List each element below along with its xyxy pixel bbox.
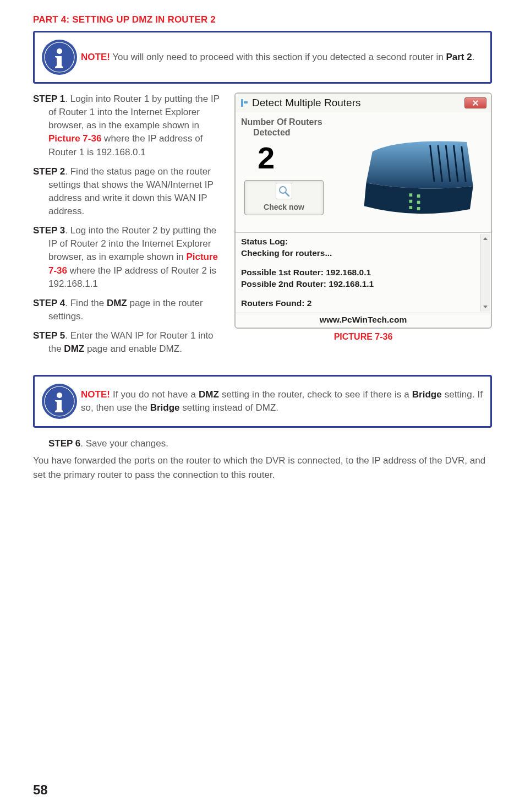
note-box-2: NOTE! If you do not have a DMZ setting i… [33, 375, 492, 428]
svg-rect-16 [417, 207, 420, 210]
status-log-label: Status Log: [241, 236, 478, 248]
step-4-t1: . Find the [65, 298, 107, 308]
info-icon [38, 380, 81, 423]
note-1-pre: You will only need to proceed with this … [110, 52, 446, 62]
magnifier-icon [276, 183, 292, 199]
check-now-label: Check now [264, 203, 304, 211]
svg-rect-12 [417, 194, 420, 198]
step-2: STEP 2. Find the status page on the rout… [33, 165, 222, 219]
check-now-button[interactable]: Check now [244, 180, 324, 215]
step-3-label: STEP 3 [33, 225, 65, 236]
note-2-t2: setting in the router, check to see if t… [219, 389, 412, 400]
picture-caption: PICTURE 7-36 [234, 332, 492, 342]
note-2-b1: DMZ [199, 389, 219, 400]
status-log-found: Routers Found: 2 [241, 298, 478, 309]
svg-rect-14 [417, 201, 420, 204]
step-4-bold: DMZ [107, 298, 127, 308]
routers-count: 2 [258, 140, 340, 176]
close-button[interactable] [464, 97, 486, 108]
note-1-text: NOTE! You will only need to proceed with… [81, 51, 483, 64]
step-2-label: STEP 2 [33, 166, 65, 177]
svg-rect-13 [409, 200, 412, 203]
nrd-line2: Detected [241, 127, 340, 138]
section-heading: PART 4: SETTING UP DMZ IN ROUTER 2 [33, 14, 492, 25]
note-2-b3: Bridge [150, 402, 180, 413]
window-title: Detect Multiple Routers [252, 97, 464, 109]
svg-rect-11 [409, 193, 412, 197]
svg-rect-3 [244, 101, 248, 103]
note-box-1: NOTE! You will only need to proceed with… [33, 31, 492, 84]
scrollbar[interactable] [480, 234, 490, 312]
step-5: STEP 5. Enter the WAN IP for Router 1 in… [33, 329, 222, 356]
step-3: STEP 3. Log into the Router 2 by putting… [33, 224, 222, 291]
page-number: 58 [33, 782, 48, 798]
closing-paragraph: You have forwarded the ports on the rout… [33, 454, 492, 482]
scroll-down-icon[interactable] [480, 303, 490, 312]
step-6: STEP 6. Save your changes. [48, 437, 492, 450]
step-1-pic: Picture 7-36 [48, 133, 101, 144]
status-log: Status Log: Checking for routers... Poss… [236, 233, 491, 313]
scroll-up-icon[interactable] [480, 234, 490, 243]
note-1-bold: Part 2 [446, 52, 472, 62]
note-2-b2: Bridge [412, 389, 442, 400]
step-1-label: STEP 1 [33, 94, 65, 104]
url-text: www.PcWinTech.com [236, 313, 491, 328]
screenshot-window: Detect Multiple Routers Number Of Router… [234, 92, 492, 329]
step-5-bold: DMZ [64, 344, 84, 354]
svg-rect-2 [241, 99, 243, 107]
window-titlebar: Detect Multiple Routers [236, 94, 491, 112]
step-6-t1: . Save your changes. [80, 438, 168, 449]
status-log-possible-1: Possible 1st Router: 192.168.0.1 [241, 267, 478, 279]
svg-rect-15 [409, 206, 412, 209]
router-illustration [340, 120, 489, 232]
status-log-possible-2: Possible 2nd Router: 192.168.1.1 [241, 279, 478, 290]
note-2-text: NOTE! If you do not have a DMZ setting i… [81, 388, 483, 415]
step-1-t1: . Login into Router 1 by putting the IP … [48, 94, 220, 130]
nrd-line1: Number Of Routers [241, 117, 322, 127]
step-2-t1: . Find the status page on the router set… [48, 166, 214, 216]
note-label: NOTE! [81, 52, 110, 62]
note-1-post: . [472, 52, 475, 62]
step-1: STEP 1. Login into Router 1 by putting t… [33, 92, 222, 159]
app-icon [240, 99, 249, 107]
status-log-checking: Checking for routers... [241, 248, 478, 259]
step-4: STEP 4. Find the DMZ page in the router … [33, 297, 222, 323]
note-label: NOTE! [81, 389, 110, 400]
step-6-label: STEP 6 [48, 438, 80, 449]
step-5-label: STEP 5 [33, 330, 65, 341]
svg-line-5 [286, 193, 289, 196]
info-icon [38, 36, 81, 79]
routers-detected-label: Number Of Routers Detected [241, 117, 340, 138]
note-2-t4: setting instead of DMZ. [180, 402, 279, 413]
step-4-label: STEP 4 [33, 298, 65, 308]
step-3-t2: where the IP address of Router 2 is 192.… [48, 265, 216, 289]
note-2-t1: If you do not have a [110, 389, 199, 400]
step-5-t2: page and enable DMZ. [84, 344, 182, 354]
